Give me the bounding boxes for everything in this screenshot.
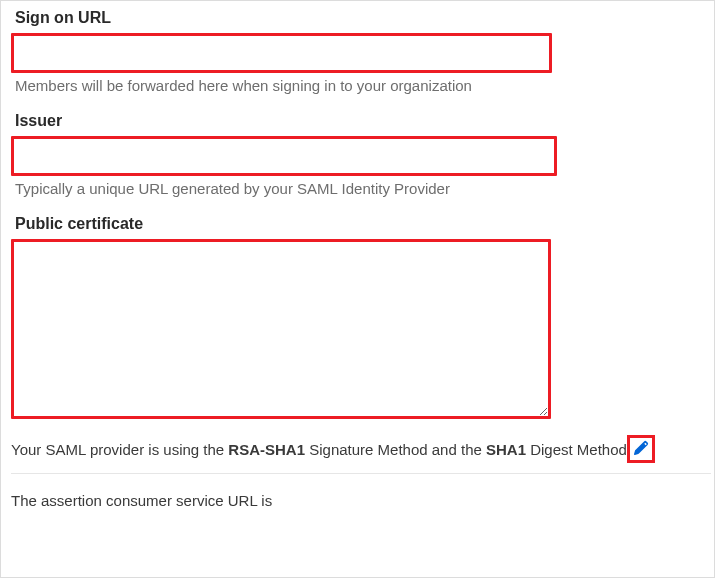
provider-info-line: Your SAML provider is using the RSA-SHA1… — [11, 435, 715, 463]
issuer-hint: Typically a unique URL generated by your… — [11, 180, 704, 197]
assertion-consumer-url-line: The assertion consumer service URL is — [11, 492, 704, 509]
provider-info-mid1: Signature Method and the — [305, 441, 486, 458]
edit-provider-button[interactable] — [627, 435, 655, 463]
signon-url-input-wrap — [11, 33, 552, 73]
provider-info-prefix: Your SAML provider is using the — [11, 441, 228, 458]
signon-url-group: Sign on URL Members will be forwarded he… — [11, 9, 704, 94]
saml-settings-panel: Sign on URL Members will be forwarded he… — [0, 0, 715, 578]
certificate-textarea[interactable] — [14, 242, 548, 416]
provider-signature-method: RSA-SHA1 — [228, 441, 305, 458]
issuer-input[interactable] — [14, 139, 554, 173]
signon-url-input[interactable] — [14, 36, 549, 70]
certificate-label: Public certificate — [11, 215, 704, 233]
section-divider — [11, 473, 711, 474]
pencil-icon — [633, 440, 649, 459]
issuer-label: Issuer — [11, 112, 704, 130]
issuer-input-wrap — [11, 136, 557, 176]
issuer-group: Issuer Typically a unique URL generated … — [11, 112, 704, 197]
provider-digest-method: SHA1 — [486, 441, 526, 458]
certificate-input-wrap — [11, 239, 551, 419]
signon-url-label: Sign on URL — [11, 9, 704, 27]
signon-url-hint: Members will be forwarded here when sign… — [11, 77, 704, 94]
certificate-group: Public certificate — [11, 215, 704, 419]
provider-info-mid2: Digest Method — [526, 441, 627, 458]
